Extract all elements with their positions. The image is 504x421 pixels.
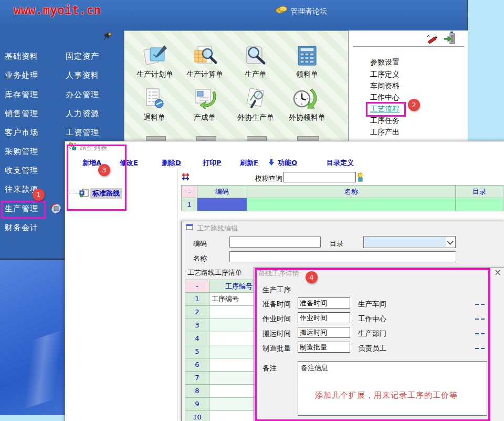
proc-row-number[interactable]: 4 — [185, 332, 209, 345]
sidebar-item-inventory[interactable]: 库存管理 — [5, 90, 38, 100]
sidebar-item-business[interactable]: 业务处理 — [5, 70, 38, 80]
batch-input[interactable] — [298, 342, 350, 353]
route-node-icon[interactable] — [79, 188, 89, 198]
marker-dash — [481, 304, 485, 305]
pin-icon — [103, 32, 112, 42]
sidebar-item-production[interactable]: 生产管理 — [5, 204, 38, 214]
menu-item-params[interactable]: 参数设置 — [370, 58, 400, 67]
site-url: www.myoit.cn — [14, 3, 101, 17]
cell-code-selected[interactable] — [197, 198, 247, 211]
menu-item-workshop[interactable]: 车间资料 — [370, 81, 400, 91]
edit-dialog-icon — [186, 224, 193, 230]
proc-row-number[interactable]: 9 — [185, 397, 209, 411]
sidebar-item-hr-files[interactable]: 人事资料 — [66, 70, 99, 80]
proc-row-number[interactable]: 5 — [185, 345, 209, 358]
material-request-icon[interactable] — [293, 44, 321, 67]
sidebar-item-payments[interactable]: 收支管理 — [5, 166, 38, 176]
forum-link[interactable]: 管理者论坛 — [290, 7, 327, 16]
sidebar-item-sales[interactable]: 销售管理 — [5, 109, 38, 119]
sidebar-item-purchasing[interactable]: 采购管理 — [5, 147, 38, 157]
refresh-button[interactable]: 刷新F — [240, 158, 258, 168]
icon-label[interactable]: 外协生产单 — [227, 113, 285, 122]
prep-time-input[interactable] — [298, 297, 350, 309]
query-icon[interactable] — [356, 172, 365, 182]
chevron-down-icon — [447, 238, 454, 245]
code-input[interactable] — [229, 237, 321, 248]
material-return-icon[interactable] — [140, 87, 169, 110]
sidebar-item-finance[interactable]: 财务会计 — [5, 223, 38, 233]
sidebar-item-hr[interactable]: 人力资源 — [66, 109, 99, 119]
production-calc-sheet-icon[interactable] — [191, 44, 219, 67]
name-input[interactable] — [229, 251, 456, 262]
detail-dialog-title: 路线工序详情 — [258, 269, 299, 278]
production-plan-icon[interactable] — [141, 44, 169, 67]
menu-item-proc-output[interactable]: 工序产出 — [370, 128, 400, 137]
swap-columns-icon[interactable] — [181, 173, 191, 181]
work-time-input[interactable] — [298, 312, 350, 323]
directory-label: 目录 — [330, 239, 343, 249]
fuzzy-search-label: 模糊查询 — [255, 174, 282, 183]
proc-row-number[interactable]: 10 — [185, 410, 209, 421]
add-button[interactable]: 新增A — [82, 158, 101, 168]
production-order-icon[interactable] — [242, 44, 270, 67]
sidebar-item-payroll[interactable]: 工资管理 — [66, 128, 99, 138]
proc-row-number[interactable]: 7 — [185, 371, 209, 385]
step-badge-2: 2 — [408, 99, 420, 111]
outsource-production-icon[interactable] — [242, 87, 270, 110]
menu-item-proc-task[interactable]: 工序任务 — [370, 116, 400, 126]
icon-label[interactable]: 生产计划单 — [126, 70, 184, 79]
exit-icon[interactable] — [444, 32, 456, 45]
modify-button[interactable]: 修改E — [120, 158, 138, 168]
directory-combo[interactable] — [363, 236, 456, 248]
menu-item-process-route[interactable]: 工艺流程 — [370, 105, 400, 114]
proc-row-number[interactable]: 6 — [185, 358, 209, 372]
icon-label[interactable]: 产成单 — [176, 113, 234, 122]
proc-row-number[interactable]: 1 — [185, 292, 209, 306]
finished-goods-icon[interactable] — [191, 87, 219, 110]
icon-label[interactable]: 外协领料单 — [278, 113, 336, 122]
column-header-code[interactable]: 编码 — [197, 185, 247, 198]
sidebar-item-customers[interactable]: 客户市场 — [5, 128, 38, 138]
proc-table-corner[interactable]: - — [185, 280, 209, 293]
note-textarea[interactable]: 备注信息 — [298, 361, 487, 416]
icon-label[interactable]: 生产单 — [227, 70, 285, 79]
column-header-directory[interactable]: 目录 — [455, 185, 503, 198]
directory-define-button[interactable]: 目录定义 — [327, 158, 354, 168]
code-label: 编码 — [193, 239, 207, 249]
print-button[interactable]: 打印P — [203, 158, 222, 168]
icon-label[interactable]: 生产计算单 — [176, 70, 234, 79]
table-corner[interactable]: - — [181, 185, 197, 198]
sidebar-item-office[interactable]: 办公管理 — [66, 90, 99, 100]
partial-icon — [247, 136, 267, 141]
icon-label[interactable]: 退料单 — [125, 113, 183, 122]
step-badge-3: 3 — [98, 164, 110, 176]
marker-dash — [475, 319, 479, 320]
fuzzy-search-input[interactable] — [284, 172, 356, 182]
close-icon[interactable]: × — [494, 267, 501, 278]
sidebar-item-fixed-assets[interactable]: 固定资产 — [66, 52, 99, 61]
menu-item-workcenter[interactable]: 工作中心 — [370, 93, 400, 102]
menu-item-proc-def[interactable]: 工序定义 — [370, 70, 400, 79]
tools-icon[interactable] — [426, 33, 439, 45]
function-button[interactable]: 功能O — [278, 158, 297, 168]
cell-directory[interactable] — [455, 198, 503, 211]
tree-connector — [69, 193, 80, 194]
process-list-label: 工艺路线工序清单 — [187, 268, 242, 278]
column-header-name[interactable]: 名称 — [247, 185, 456, 198]
tree-node-standard-route[interactable]: 标准路线 — [90, 188, 122, 199]
outsource-material-icon[interactable] — [291, 87, 319, 110]
note-label: 备注 — [262, 364, 277, 373]
edit-dialog-title: 工艺路线编辑 — [197, 224, 238, 233]
proc-row-number[interactable]: 3 — [185, 319, 209, 332]
sidebar-item-base-data[interactable]: 基础资料 — [5, 52, 38, 61]
name-label: 名称 — [193, 254, 207, 263]
proc-row-number[interactable]: 2 — [185, 305, 209, 319]
row-number[interactable]: 1 — [181, 198, 197, 211]
icon-label[interactable]: 领料单 — [278, 70, 336, 79]
transport-time-input[interactable] — [298, 327, 350, 338]
cell-name[interactable] — [247, 198, 456, 211]
desktop-wallpaper — [0, 260, 65, 415]
delete-button[interactable]: 删除D — [162, 158, 181, 168]
proc-row-number[interactable]: 8 — [185, 384, 209, 398]
down-arrow-icon — [268, 159, 275, 166]
